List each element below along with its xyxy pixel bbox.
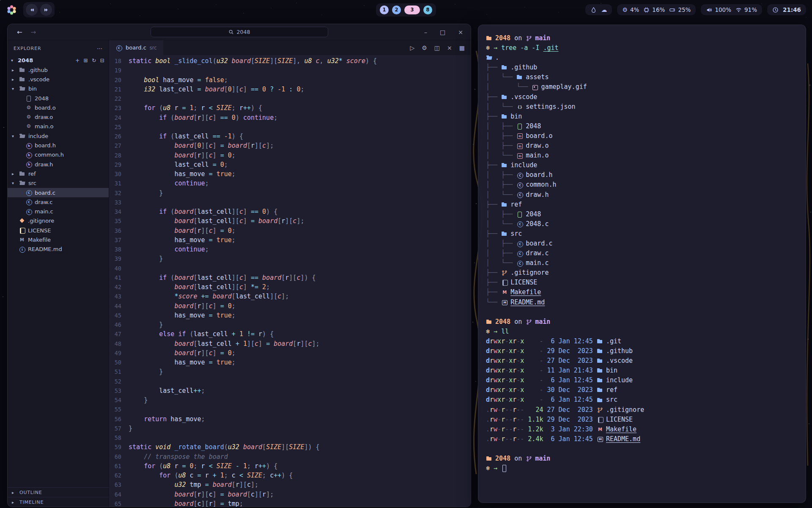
chevron-down-icon: ▾ <box>12 181 16 185</box>
workspace-8[interactable]: 8 <box>423 6 432 14</box>
minimize-button[interactable]: – <box>424 29 427 36</box>
editor-body: EXPLORER ⋯ ▾ 2048 +⊞↻⊟ ▸.github▸.vscode▾… <box>8 40 471 507</box>
line-number: 57 <box>109 424 129 433</box>
explorer-item-ref[interactable]: ▸ref <box>8 169 109 178</box>
code-line: 60 // transpose the board <box>109 452 471 461</box>
explorer-item-main.o[interactable]: main.o <box>8 122 109 131</box>
tree-entry-gameplay.gif: │ └── gameplay.gif <box>486 82 798 92</box>
code-line: 30 has_move = true; <box>109 169 471 179</box>
explorer-item-draw.c[interactable]: draw.c <box>8 197 109 207</box>
explorer-item-README.md[interactable]: README.md <box>8 245 109 254</box>
status-bar-left <box>6 2 55 17</box>
new-file-button[interactable]: + <box>75 57 80 64</box>
explorer-item-Makefile[interactable]: Makefile <box>8 235 109 244</box>
gear-icon <box>25 123 32 130</box>
run-button[interactable]: ▷ <box>410 44 414 51</box>
explorer-item-draw.o[interactable]: draw.o <box>8 112 109 121</box>
explorer-item-board.c[interactable]: board.c <box>8 188 109 197</box>
code-line: 29 last_cell = 0; <box>109 160 471 169</box>
editor-titlebar: ← → 2048 – □ × <box>8 24 471 40</box>
tree-entry-board.h: │ ├── board.h <box>486 170 798 180</box>
explorer-menu-icon[interactable]: ⋯ <box>97 45 103 52</box>
folder-icon <box>597 397 604 403</box>
workspace-switcher: 1238 <box>376 3 436 17</box>
tab-board-c[interactable]: board.c src <box>109 40 163 55</box>
explorer-item-board.o[interactable]: board.o <box>8 103 109 112</box>
terminal-command: ❄ → tree -a -I .git <box>486 43 798 53</box>
git-branch-icon <box>526 319 532 325</box>
media-next-button[interactable] <box>40 4 52 16</box>
explorer-item-src[interactable]: ▾src <box>8 179 109 188</box>
tree-entry-draw.o: │ ├── draw.o <box>486 141 798 151</box>
terminal-body[interactable]: 2048 on main❄ → tree -a -I .git.├── .git… <box>486 33 798 473</box>
git-branch-icon <box>597 407 604 413</box>
tree-entry-draw.c: │ ├── draw.c <box>486 248 798 258</box>
markdown-icon <box>501 299 508 306</box>
explorer-item-main.c[interactable]: main.c <box>8 207 109 216</box>
git-branch-icon <box>501 270 508 276</box>
line-number: 54 <box>109 395 129 405</box>
code-editor[interactable]: 18static bool _slide_col(u32 board[SIZE]… <box>109 55 471 507</box>
close-button[interactable]: × <box>458 29 463 36</box>
explorer-item-common.h[interactable]: common.h <box>8 150 109 160</box>
code-line: 51 } <box>109 367 471 376</box>
search-value: 2048 <box>237 29 250 35</box>
forward-button[interactable]: → <box>31 28 36 36</box>
explorer-item-include[interactable]: ▾include <box>8 131 109 141</box>
code-line: 52 <box>109 377 471 386</box>
git-branch-icon <box>526 456 532 462</box>
explorer-item-.gitignore[interactable]: .gitignore <box>8 216 109 226</box>
command-center-search[interactable]: 2048 <box>151 27 328 37</box>
book-icon <box>597 417 604 423</box>
explorer-footer: ▸OUTLINE▸TIMELINE <box>8 487 109 507</box>
split-editor-button[interactable]: ◫ <box>434 44 440 51</box>
app-logo-icon[interactable] <box>6 4 17 16</box>
close-editor-button[interactable]: × <box>447 44 452 51</box>
explorer-item-board.h[interactable]: board.h <box>8 141 109 150</box>
collapse-all-button[interactable]: ⊟ <box>100 57 104 64</box>
file-icon <box>516 211 523 218</box>
c-circle-icon <box>25 190 32 196</box>
editor-tabbar: board.c src ▷⚙◫×▦ <box>109 40 471 55</box>
ll-entry-LICENSE: .rw-r--r-- 1.1k 29 Dec 2023 LICENSE <box>486 415 798 425</box>
panel-outline[interactable]: ▸OUTLINE <box>8 487 109 497</box>
layout-button[interactable]: ▦ <box>459 44 465 51</box>
book-icon <box>501 279 508 286</box>
explorer-item-.vscode[interactable]: ▸.vscode <box>8 75 109 84</box>
new-folder-button[interactable]: ⊞ <box>84 57 88 64</box>
back-button[interactable]: ← <box>17 28 22 36</box>
line-number: 39 <box>109 254 129 263</box>
workspace-1[interactable]: 1 <box>380 6 389 14</box>
media-prev-button[interactable] <box>26 4 38 16</box>
explorer-item-.github[interactable]: ▸.github <box>8 65 109 75</box>
maximize-button[interactable]: □ <box>440 29 445 36</box>
panel-timeline[interactable]: ▸TIMELINE <box>8 497 109 507</box>
c-circle-icon <box>25 199 32 205</box>
tree-entry-assets: │ └── assets <box>486 72 798 82</box>
line-number: 30 <box>109 169 129 179</box>
terminal-line <box>486 444 798 454</box>
explorer-item-LICENSE[interactable]: LICENSE <box>8 226 109 235</box>
tree-entry-src: ├── src <box>486 229 798 239</box>
settings-gear-button[interactable]: ⚙ <box>422 44 427 51</box>
line-number: 20 <box>109 75 129 85</box>
h-circle-icon <box>25 161 32 168</box>
line-number: 31 <box>109 179 129 188</box>
tree-entry-.gitignore: ├── .gitignore <box>486 268 798 278</box>
refresh-button[interactable]: ↻ <box>92 57 96 64</box>
workspace-2[interactable]: 2 <box>392 6 401 14</box>
explorer-item-draw.h[interactable]: draw.h <box>8 160 109 169</box>
explorer-root-folder[interactable]: ▾ 2048 +⊞↻⊟ <box>8 55 109 65</box>
folder-open-icon <box>19 133 26 139</box>
search-icon <box>228 29 234 35</box>
explorer-item-2048[interactable]: 2048 <box>8 94 109 103</box>
workspace-3[interactable]: 3 <box>404 6 420 14</box>
folder-icon <box>486 35 493 41</box>
explorer-item-bin[interactable]: ▾bin <box>8 84 109 94</box>
ll-entry-ref: drwxr-xr-x - 30 Dec 2023 ref <box>486 385 798 395</box>
explorer-actions: +⊞↻⊟ <box>75 57 109 64</box>
terminal-window: 2048 on main❄ → tree -a -I .git.├── .git… <box>478 25 806 503</box>
code-line: 58 <box>109 433 471 442</box>
folder-icon <box>597 387 604 393</box>
make-m-icon <box>501 289 508 295</box>
